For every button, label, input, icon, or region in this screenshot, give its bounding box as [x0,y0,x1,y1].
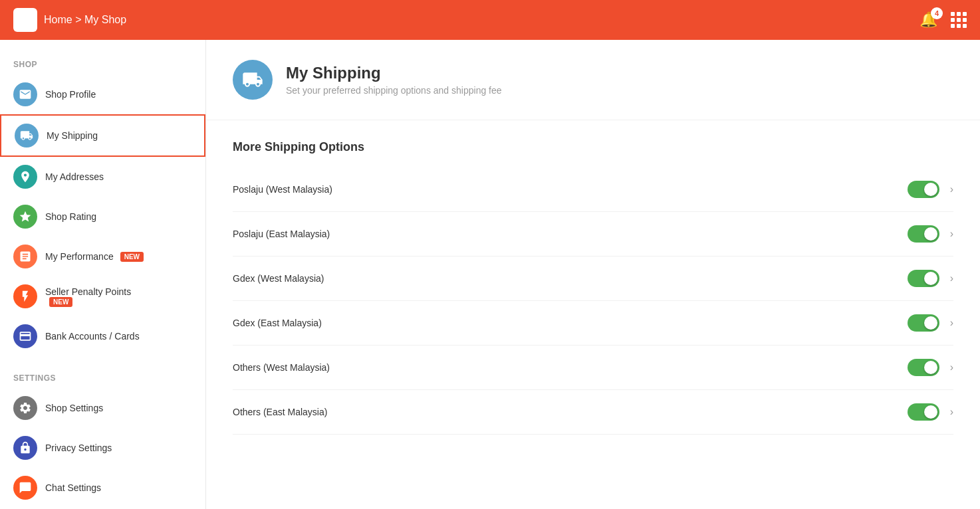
sidebar-item-label: Shop Profile [45,89,96,100]
app-header: Home > My Shop 🔔 4 [0,0,980,40]
sidebar-item-my-shipping[interactable]: My Shipping [0,114,205,157]
page-header: My Shipping Set your preferred shipping … [206,40,980,120]
gdex-east-toggle[interactable] [908,314,939,332]
shipping-controls: › [908,225,953,243]
toggle-slider [908,314,939,332]
page-header-icon [233,60,273,100]
shipping-row-others-east: Others (East Malaysia) › [233,390,953,435]
shipping-label: Gdex (West Malaysia) [233,273,324,284]
layout: SHOP Shop Profile My Shipping My Address… [0,40,980,509]
my-addresses-icon [13,165,37,189]
sidebar: SHOP Shop Profile My Shipping My Address… [0,40,206,509]
sidebar-item-name-container: Seller Penalty Points [45,286,131,297]
breadcrumb-current: My Shop [84,14,126,25]
shop-section-label: SHOP [0,53,205,74]
grid-dot [951,18,955,22]
grid-dot [957,12,961,16]
poslaju-east-toggle[interactable] [908,225,939,243]
sidebar-item-bank-accounts[interactable]: Bank Accounts / Cards [0,316,205,356]
page-header-text: My Shipping Set your preferred shipping … [286,64,502,96]
shipping-row-poslaju-east: Poslaju (East Malaysia) › [233,212,953,256]
shipping-controls: › [908,270,953,287]
shop-rating-icon [13,205,37,229]
shipping-controls: › [908,403,953,421]
chevron-down-icon[interactable]: › [950,361,953,373]
grid-dot [963,18,967,22]
sidebar-item-label: Chat Settings [45,482,101,493]
breadcrumb-home[interactable]: Home [44,14,72,25]
shop-settings-icon [13,396,37,420]
privacy-settings-icon [13,436,37,460]
header-left: Home > My Shop [13,8,126,32]
my-shipping-icon [15,124,39,148]
sidebar-item-label: My Performance [45,251,114,262]
toggle-slider [908,359,939,376]
shipping-row-gdex-west: Gdex (West Malaysia) › [233,256,953,301]
sidebar-item-label: Shop Settings [45,403,103,413]
shop-profile-icon [13,82,37,106]
gdex-west-toggle[interactable] [908,270,939,287]
shipping-row-others-west: Others (West Malaysia) › [233,346,953,390]
header-right: 🔔 4 [919,11,967,29]
page-title: My Shipping [286,64,502,82]
menu-grid-button[interactable] [951,12,967,28]
breadcrumb: Home > My Shop [44,14,126,26]
shipping-controls: › [908,359,953,376]
sidebar-item-label: Bank Accounts / Cards [45,331,140,342]
sidebar-item-chat-settings[interactable]: Chat Settings [0,468,205,508]
grid-dot [951,12,955,16]
toggle-slider [908,403,939,421]
new-badge: NEW [49,297,72,307]
sidebar-item-shop-profile[interactable]: Shop Profile [0,74,205,114]
page-subtitle: Set your preferred shipping options and … [286,85,502,96]
shipping-label: Others (West Malaysia) [233,362,330,373]
chevron-down-icon[interactable]: › [950,317,953,329]
chevron-down-icon[interactable]: › [950,272,953,284]
sidebar-item-shop-rating[interactable]: Shop Rating [0,197,205,237]
shipping-label: Poslaju (West Malaysia) [233,184,332,195]
others-east-toggle[interactable] [908,403,939,421]
settings-section-label: SETTINGS [0,367,205,388]
shipping-label: Poslaju (East Malaysia) [233,229,330,239]
sidebar-item-label: Seller Penalty Points [45,286,131,297]
sidebar-item-my-performance[interactable]: My Performance NEW [0,237,205,276]
toggle-slider [908,270,939,287]
section-title: More Shipping Options [233,140,953,154]
seller-penalty-icon [13,284,37,308]
new-badge: NEW [120,252,144,262]
grid-dot [951,24,955,28]
chat-settings-icon [13,476,37,500]
sidebar-item-seller-penalty[interactable]: Seller Penalty Points NEW [0,276,205,316]
chevron-down-icon[interactable]: › [950,183,953,195]
others-west-toggle[interactable] [908,359,939,376]
shipping-label: Others (East Malaysia) [233,407,327,417]
notification-button[interactable]: 🔔 4 [919,11,937,29]
shipping-controls: › [908,181,953,198]
grid-dot [957,24,961,28]
sidebar-item-shop-settings[interactable]: Shop Settings [0,388,205,428]
sidebar-item-my-addresses[interactable]: My Addresses [0,157,205,197]
breadcrumb-separator: > [75,14,84,25]
sidebar-item-label: Shop Rating [45,211,96,222]
my-performance-icon [13,245,37,268]
sidebar-item-name-container: My Performance NEW [45,251,144,262]
sidebar-item-label: My Shipping [47,130,98,141]
shopee-logo [13,8,37,32]
sidebar-item-text: Seller Penalty Points NEW [45,286,131,307]
bank-accounts-icon [13,324,37,348]
sidebar-item-privacy-settings[interactable]: Privacy Settings [0,428,205,468]
shipping-row-poslaju-west: Poslaju (West Malaysia) › [233,167,953,212]
chevron-down-icon[interactable]: › [950,228,953,240]
main-content: My Shipping Set your preferred shipping … [206,40,980,509]
grid-dot [963,24,967,28]
sidebar-item-label: My Addresses [45,171,104,182]
shipping-content: More Shipping Options Poslaju (West Mala… [206,120,980,455]
shipping-label: Gdex (East Malaysia) [233,318,322,328]
toggle-slider [908,225,939,243]
sidebar-item-label: Privacy Settings [45,443,112,453]
poslaju-west-toggle[interactable] [908,181,939,198]
chevron-down-icon[interactable]: › [950,406,953,418]
shipping-controls: › [908,314,953,332]
toggle-slider [908,181,939,198]
notification-badge: 4 [931,7,943,19]
